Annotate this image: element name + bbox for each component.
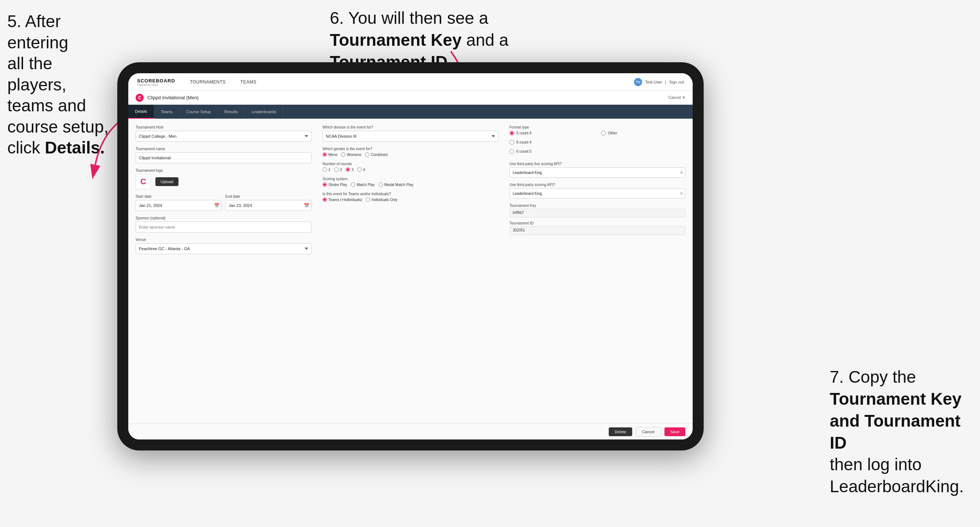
nav-teams[interactable]: TEAMS [237, 78, 259, 86]
gender-womens[interactable]: Womens [341, 152, 361, 157]
tournament-logo-group: Tournament logo C Upload [135, 168, 312, 189]
tab-teams[interactable]: Teams [154, 105, 180, 119]
annotation-bottom-line3: LeaderboardKing. [830, 477, 964, 496]
rounds-1[interactable]: 1 [323, 167, 331, 172]
tournament-id-label: Tournament ID [509, 221, 685, 225]
api1-select[interactable]: Leaderboard King [509, 167, 685, 178]
scoreboard-logo: SCOREBOARD Powered by clippd [137, 78, 175, 86]
sponsor-label: Sponsor (optional) [135, 216, 312, 220]
annotation-bottom-line2: then log into [830, 455, 922, 474]
upload-button[interactable]: Upload [155, 177, 178, 186]
venue-label: Venue [135, 238, 312, 242]
start-date-label: Start date [135, 194, 222, 198]
format-6count5[interactable]: 6 count 5 [509, 149, 594, 154]
tournament-cancel-btn[interactable]: Cancel ✕ [668, 95, 685, 100]
division-event-group: Which division is the event for? NCAA Di… [323, 125, 498, 142]
calendar-icon: 📅 [214, 203, 220, 208]
scoring-medal[interactable]: Medal Match Play [379, 183, 414, 187]
gender-combined[interactable]: Combined [365, 152, 388, 157]
gender-label: Which gender is the event for? [323, 147, 498, 151]
app-header: SCOREBOARD Powered by clippd TOURNAMENTS… [128, 73, 693, 91]
tournament-key-group: Tournament Key b4f6b7 [509, 204, 685, 217]
teams-group: Is this event for Teams and/or Individua… [323, 192, 498, 202]
teams-label: Is this event for Teams and/or Individua… [323, 192, 498, 196]
sponsor-input[interactable] [135, 222, 312, 233]
tournament-id-value: 302051 [509, 226, 685, 235]
venue-group: Venue Peachtree GC - Atlanta - GA [135, 238, 312, 254]
end-date-input[interactable] [225, 200, 312, 211]
app-subtitle: Powered by clippd [137, 84, 175, 86]
sign-out-link[interactable]: Sign out [669, 80, 684, 84]
scoring-match[interactable]: Match Play [351, 183, 375, 187]
scoring-stroke[interactable]: Stroke Play [323, 183, 347, 187]
tournament-bar: C Clippd Invitational (Men) Cancel ✕ [128, 91, 693, 105]
tournament-division: (Men) [186, 95, 199, 100]
nav-tournaments[interactable]: TOURNAMENTS [187, 78, 229, 86]
annotation-bottom-line1: 7. Copy the [830, 367, 916, 386]
tournament-icon: C [135, 94, 144, 102]
teams-plus-individuals[interactable]: Teams (+Individuals) [323, 197, 362, 202]
tablet-screen: SCOREBOARD Powered by clippd TOURNAMENTS… [128, 73, 693, 440]
tournament-host-group: Tournament Host Clippd College - Men [135, 125, 312, 142]
date-row: Start date 📅 End date 📅 [135, 194, 312, 211]
rounds-radio-group: 1 2 3 4 [323, 167, 498, 172]
end-date-wrap: 📅 [225, 200, 312, 211]
tournament-name: Clippd Invitational (Men) [147, 95, 199, 100]
annotation-copy-id: and Tournament ID [830, 411, 961, 452]
tournament-host-select[interactable]: Clippd College - Men [135, 131, 312, 142]
format-group: Format type 5 count 4 Other 6 count 4 [509, 125, 685, 157]
rounds-4[interactable]: 4 [357, 167, 365, 172]
delete-button[interactable]: Delete [609, 427, 632, 436]
tab-details[interactable]: Details [128, 105, 154, 119]
api2-select[interactable]: Leaderboard King [509, 188, 685, 198]
tab-results[interactable]: Results [218, 105, 245, 119]
tournament-name-group: Tournament name [135, 147, 312, 163]
form-col-middle: Which division is the event for? NCAA Di… [323, 125, 498, 259]
format-5count4[interactable]: 5 count 4 [509, 131, 594, 135]
gender-group: Which gender is the event for? Mens Wome… [323, 147, 498, 157]
user-name: Test User [645, 80, 662, 84]
logo-upload-area: C Upload [135, 174, 312, 189]
rounds-group: Number of rounds 1 2 3 4 [323, 162, 498, 172]
teams-radio-group: Teams (+Individuals) Individuals Only [323, 197, 498, 202]
rounds-2[interactable]: 2 [334, 167, 342, 172]
header-right: TU Test User | Sign out [634, 78, 684, 86]
api1-group: Use third-party live scoring API? Leader… [509, 162, 685, 178]
start-date-group: Start date 📅 [135, 194, 222, 211]
format-other[interactable]: Other [601, 131, 685, 135]
tournament-name-input[interactable] [135, 152, 312, 163]
logo-preview: C [135, 174, 151, 189]
tournament-name-text: Clippd Invitational [147, 95, 185, 100]
footer-bar: Delete Cancel Save [128, 423, 693, 440]
api1-label: Use third-party live scoring API? [509, 162, 685, 166]
tablet-frame: SCOREBOARD Powered by clippd TOURNAMENTS… [117, 62, 704, 451]
tournament-key-label: Tournament Key [509, 204, 685, 208]
scoring-radio-group: Stroke Play Match Play Medal Match Play [323, 183, 498, 187]
api2-select-wrap: Leaderboard King ✕ [509, 188, 685, 198]
api2-clear-icon[interactable]: ✕ [680, 191, 683, 196]
individuals-only[interactable]: Individuals Only [366, 197, 398, 202]
save-button[interactable]: Save [665, 427, 685, 436]
venue-select[interactable]: Peachtree GC - Atlanta - GA [135, 243, 312, 254]
header-separator: | [665, 80, 666, 84]
tab-leaderboards[interactable]: Leaderboards [245, 105, 283, 119]
cancel-button[interactable]: Cancel [636, 427, 661, 437]
division-event-select[interactable]: NCAA Division III [323, 131, 498, 142]
division-event-label: Which division is the event for? [323, 125, 498, 129]
format-6count4[interactable]: 6 count 4 [509, 140, 594, 144]
tab-course-setup[interactable]: Course Setup [180, 105, 218, 119]
end-date-group: End date 📅 [225, 194, 312, 211]
start-date-input[interactable] [135, 200, 222, 211]
api1-clear-icon[interactable]: ✕ [680, 170, 683, 175]
gender-mens[interactable]: Mens [323, 152, 337, 157]
rounds-3[interactable]: 3 [345, 167, 354, 172]
tournament-host-label: Tournament Host [135, 125, 312, 129]
tournament-id-group: Tournament ID 302051 [509, 221, 685, 235]
start-date-wrap: 📅 [135, 200, 222, 211]
tournament-logo-label: Tournament logo [135, 168, 312, 173]
tournament-key-value: b4f6b7 [509, 209, 685, 217]
annotation-top-right-line1: 6. You will then see a [330, 8, 488, 27]
scoring-label: Scoring system [323, 177, 498, 181]
sponsor-group: Sponsor (optional) [135, 216, 312, 233]
api2-label: Use third-party scoring API? [509, 183, 685, 187]
